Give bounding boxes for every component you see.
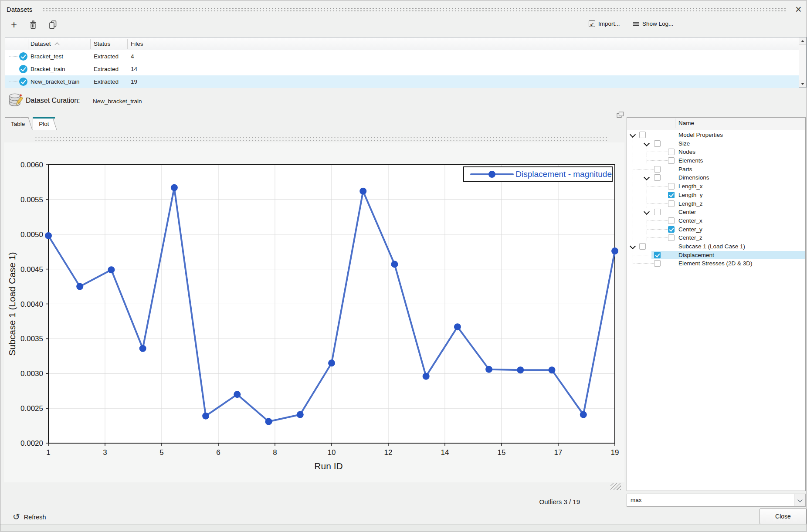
delete-dataset-button[interactable]: [27, 19, 40, 31]
tree-item[interactable]: Length_x: [627, 182, 805, 191]
column-header-status[interactable]: Status: [94, 37, 110, 50]
dataset-extracted-check-icon[interactable]: [19, 52, 27, 61]
svg-text:14: 14: [441, 448, 449, 457]
view-tabs: Table Plot: [5, 117, 51, 130]
tree-item[interactable]: Center_x: [627, 217, 805, 225]
expander-chevron-icon[interactable]: [644, 209, 650, 215]
tree-item[interactable]: Displacement: [627, 251, 805, 260]
tree-item[interactable]: Model Properties: [627, 131, 805, 139]
checkbox[interactable]: [668, 200, 675, 207]
checkbox[interactable]: [654, 260, 661, 267]
tree-item-label: Size: [678, 140, 690, 147]
tree-item[interactable]: Center: [627, 208, 805, 217]
scroll-up-icon[interactable]: [799, 37, 806, 45]
checkbox[interactable]: [668, 192, 675, 198]
close-button[interactable]: Close: [760, 508, 807, 524]
scroll-down-icon[interactable]: [799, 80, 806, 87]
tree-item[interactable]: Center_z: [627, 234, 805, 242]
tree-item[interactable]: Size: [627, 139, 805, 148]
expander-chevron-icon[interactable]: [630, 132, 636, 138]
checkbox[interactable]: [654, 209, 661, 215]
chart-legend[interactable]: Displacement - magnitude: [463, 166, 613, 182]
svg-text:3: 3: [103, 448, 107, 457]
popout-window-icon[interactable]: [617, 112, 624, 118]
tree-item[interactable]: Center_y: [627, 225, 805, 234]
dataset-files-cell: 4: [131, 53, 134, 60]
checkbox[interactable]: [668, 226, 675, 233]
tab-plot[interactable]: Plot: [33, 117, 51, 130]
tree-item[interactable]: Nodes: [627, 148, 805, 156]
refresh-button[interactable]: ↺ Refresh: [13, 513, 46, 522]
expander-chevron-icon[interactable]: [630, 243, 636, 249]
svg-text:1: 1: [46, 448, 50, 457]
tab-table[interactable]: Table: [5, 117, 27, 130]
close-icon[interactable]: ×: [793, 2, 804, 17]
tree-item-label: Length_z: [678, 200, 703, 207]
add-dataset-button[interactable]: +: [7, 19, 20, 31]
column-header-dataset[interactable]: Dataset: [31, 37, 59, 50]
duplicate-dataset-button[interactable]: [46, 19, 59, 31]
dataset-extracted-check-icon[interactable]: [19, 78, 27, 86]
checkbox[interactable]: [654, 174, 661, 181]
refresh-icon: ↺: [13, 512, 20, 521]
checkbox[interactable]: [668, 157, 675, 164]
tree-item[interactable]: Element Stresses (2D & 3D): [627, 259, 805, 268]
checkbox[interactable]: [668, 183, 675, 190]
tree-item[interactable]: Parts: [627, 165, 805, 174]
checkbox[interactable]: [654, 140, 661, 147]
tree-item-label: Center_y: [678, 226, 702, 233]
show-log-button[interactable]: Show Log...: [633, 20, 673, 27]
plot-canvas[interactable]: 0.00200.00250.00300.00350.00400.00450.00…: [4, 142, 624, 482]
svg-text:0.0045: 0.0045: [20, 265, 43, 274]
svg-text:Subcase 1 (Load Case 1): Subcase 1 (Load Case 1): [7, 252, 17, 356]
trash-icon: [29, 20, 37, 29]
tree-header-name: Name: [678, 120, 694, 126]
tree-item[interactable]: Elements: [627, 156, 805, 165]
tree-item-label: Elements: [678, 157, 703, 164]
import-button[interactable]: ↙ Import...: [589, 20, 620, 27]
svg-text:6: 6: [216, 448, 220, 457]
tree-connector: [9, 81, 18, 82]
dropdown-arrow-button[interactable]: [794, 494, 805, 506]
dataset-extracted-check-icon[interactable]: [19, 65, 27, 73]
checkbox[interactable]: [639, 243, 646, 250]
tree-item-label: Model Properties: [678, 132, 723, 138]
tree-item[interactable]: Dimensions: [627, 173, 805, 182]
aggregation-dropdown[interactable]: max: [627, 494, 806, 507]
svg-text:12: 12: [384, 448, 393, 457]
sort-ascending-icon: [54, 42, 59, 47]
checkbox[interactable]: [654, 252, 661, 258]
checkbox[interactable]: [639, 132, 646, 138]
outliers-count: Outliers 3 / 19: [493, 498, 580, 505]
checkbox[interactable]: [668, 217, 675, 224]
show-log-label: Show Log...: [642, 20, 673, 27]
checkbox[interactable]: [668, 234, 675, 241]
tree-item-label: Length_y: [678, 192, 703, 198]
column-header-files[interactable]: Files: [131, 37, 143, 50]
tree-item[interactable]: Subcase 1 (Load Case 1): [627, 242, 805, 251]
tree-item[interactable]: Length_y: [627, 191, 805, 200]
plot-area-drag-handle[interactable]: [34, 136, 607, 141]
tree-item[interactable]: Length_z: [627, 200, 805, 208]
svg-text:15: 15: [498, 448, 506, 457]
tree-item-label: Element Stresses (2D & 3D): [678, 260, 753, 267]
svg-text:0.0020: 0.0020: [20, 439, 43, 447]
plot-resize-grip[interactable]: [610, 483, 621, 490]
checkbox[interactable]: [654, 166, 661, 173]
table-scrollbar[interactable]: [799, 37, 806, 87]
panel-drag-handle[interactable]: [42, 7, 786, 12]
expander-chevron-icon[interactable]: [644, 140, 650, 146]
tree-item-label: Displacement: [678, 252, 714, 258]
svg-text:17: 17: [554, 448, 563, 457]
table-row[interactable]: Bracket_trainExtracted14: [5, 63, 799, 75]
table-row[interactable]: New_bracket_trainExtracted19: [5, 75, 799, 88]
chevron-down-icon: [797, 497, 802, 502]
svg-text:0.0055: 0.0055: [20, 196, 43, 204]
dataset-files-cell: 19: [131, 78, 137, 85]
expander-chevron-icon[interactable]: [644, 174, 650, 180]
checkbox[interactable]: [668, 149, 675, 155]
dataset-files-cell: 14: [131, 66, 137, 72]
table-row[interactable]: Bracket_testExtracted4: [5, 50, 799, 63]
tree-item-label: Dimensions: [678, 174, 709, 181]
aggregation-value: max: [631, 497, 642, 503]
